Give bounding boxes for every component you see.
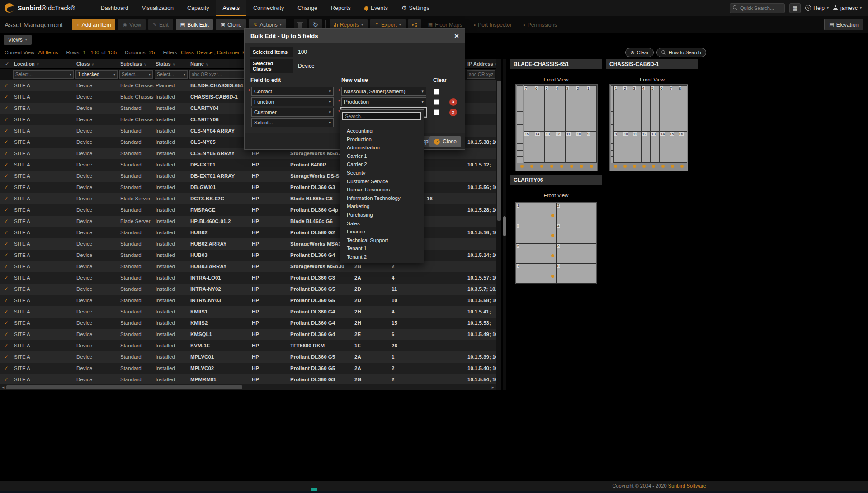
dropdown-search-input[interactable] xyxy=(342,112,421,120)
table-row[interactable]: ✓SITE ADeviceStandardInstalledKMIIS1HPPr… xyxy=(0,306,496,318)
quick-search[interactable] xyxy=(730,3,785,13)
quick-search-input[interactable] xyxy=(740,5,780,11)
filter-ip[interactable] xyxy=(467,70,495,79)
chassis-elevation[interactable]: 12345678910111213141516 xyxy=(609,84,688,171)
scrollbar-thumb[interactable] xyxy=(497,81,501,221)
bulk-edit-button[interactable]: ▤Bulk Edit xyxy=(176,19,213,30)
nav-item-dashboard[interactable]: Dashboard xyxy=(94,0,135,16)
dropdown-option[interactable]: Security xyxy=(340,169,424,177)
row-check-icon[interactable]: ✓ xyxy=(0,284,12,295)
scrollbar-thumb[interactable] xyxy=(6,385,242,389)
row-check-icon[interactable]: ✓ xyxy=(0,125,12,137)
dropdown-option[interactable]: Information Technology xyxy=(340,194,424,203)
nav-item-assets[interactable]: Assets xyxy=(216,0,247,16)
dropdown-option[interactable]: Customer Service xyxy=(340,177,424,186)
clear-checkbox-3[interactable] xyxy=(434,109,439,115)
table-vertical-scrollbar[interactable] xyxy=(496,59,501,390)
row-check-icon[interactable]: ✓ xyxy=(0,159,12,171)
chassis-slot[interactable]: 2 xyxy=(576,85,586,131)
nav-item-connectivity[interactable]: Connectivity xyxy=(246,0,291,16)
field-select-1[interactable]: Contact▾ xyxy=(251,87,334,96)
footer-brand-link[interactable]: Sunbird Software xyxy=(668,483,706,488)
field-select-2[interactable]: Function▾ xyxy=(251,97,334,106)
filter-name[interactable] xyxy=(189,70,249,79)
chassis-slot[interactable]: 15 xyxy=(669,131,678,163)
table-row[interactable]: ✓SITE ADeviceStandardInstalledMPLVC01HPP… xyxy=(0,351,496,363)
table-row[interactable]: ✓SITE ADeviceStandardInstalledMPMRM01HPP… xyxy=(0,374,496,385)
chassis-slot[interactable]: 9 xyxy=(613,131,623,163)
row-check-icon[interactable]: ✓ xyxy=(0,363,12,374)
chassis-slot[interactable]: 1 xyxy=(586,85,597,131)
row-check-icon[interactable]: ✓ xyxy=(0,148,12,159)
how-to-search-button[interactable]: How to Search xyxy=(656,48,706,57)
filter-subclass[interactable]: Select...▾ xyxy=(119,70,153,79)
device-slot[interactable]: 1 xyxy=(516,203,556,223)
clear-filters-button[interactable]: ⊗Clear xyxy=(625,48,654,57)
device-slot[interactable]: 6 xyxy=(556,243,596,264)
nav-item-capacity[interactable]: Capacity xyxy=(180,0,216,16)
close-icon[interactable]: × xyxy=(454,32,459,40)
dropdown-option[interactable]: Administration xyxy=(340,143,424,152)
table-row[interactable]: ✓SITE ADeviceStandardInstalledKMIIS2HPPr… xyxy=(0,318,496,329)
dropdown-option[interactable]: Carrier 1 xyxy=(340,152,424,161)
chassis-slot[interactable]: 10 xyxy=(576,131,586,163)
chassis-slot[interactable]: 3 xyxy=(565,85,576,131)
filter-status[interactable]: Select...▾ xyxy=(155,70,188,79)
row-check-icon[interactable]: ✓ xyxy=(0,272,12,284)
field-select-3[interactable]: Customer▾ xyxy=(251,108,334,117)
row-check-icon[interactable]: ✓ xyxy=(0,216,12,227)
row-check-icon[interactable]: ✓ xyxy=(0,114,12,125)
nav-item-reports[interactable]: Reports xyxy=(324,0,358,16)
row-check-icon[interactable]: ✓ xyxy=(0,91,12,103)
scroll-right-icon[interactable]: ▸ xyxy=(490,384,496,390)
help-menu[interactable]: ? Help ▾ xyxy=(805,5,829,11)
value-select-2[interactable]: Production▾ xyxy=(341,97,426,106)
filter-class[interactable]: 1 checked▾ xyxy=(75,70,118,79)
dropdown-option[interactable]: Tenant 2 xyxy=(340,253,424,261)
row-check-icon[interactable]: ✓ xyxy=(0,137,12,148)
add-item-button[interactable]: +Add an Item xyxy=(72,19,115,30)
dropdown-option[interactable]: Production xyxy=(340,135,424,144)
scrollbar-thumb[interactable] xyxy=(503,216,506,236)
clone-button[interactable]: ▣Clone xyxy=(216,19,246,30)
close-button[interactable]: ✓Close xyxy=(429,136,461,147)
row-check-icon[interactable]: ✓ xyxy=(0,250,12,261)
col-header-name[interactable]: Name∨ xyxy=(189,59,250,68)
chassis-slot[interactable]: 11 xyxy=(565,131,576,163)
device-elevation-grid[interactable]: 12345678 xyxy=(515,202,597,284)
table-row[interactable]: ✓SITE ADeviceStandardInstalledKMSQL1HPPr… xyxy=(0,329,496,340)
chassis-slot[interactable]: 12 xyxy=(641,131,651,163)
chassis-slot[interactable]: 4 xyxy=(641,85,651,131)
nav-item-visualization[interactable]: Visualization xyxy=(135,0,180,16)
horizontal-scrollbar[interactable]: ◂ ▸ xyxy=(0,384,496,390)
row-check-icon[interactable]: ✓ xyxy=(0,204,12,216)
table-row[interactable]: ✓SITE ADeviceStandardInstalledINTRA-NY02… xyxy=(0,284,496,295)
row-check-icon[interactable]: ✓ xyxy=(0,171,12,182)
chassis-slot[interactable]: 12 xyxy=(555,131,566,163)
chassis-slot[interactable]: 6 xyxy=(659,85,669,131)
dialog-header[interactable]: Bulk Edit - Up to 5 fields × xyxy=(245,29,465,43)
row-check-icon[interactable]: ✓ xyxy=(0,80,12,91)
permissions-button[interactable]: ▪Permissions xyxy=(519,19,561,30)
elevation-button[interactable]: ▤Elevation xyxy=(824,19,863,30)
row-check-icon[interactable]: ✓ xyxy=(0,351,12,363)
chassis-slot[interactable]: 9 xyxy=(586,131,597,163)
table-row[interactable]: ✓SITE ADeviceStandardInstalledINTRA-NY03… xyxy=(0,295,496,306)
row-check-icon[interactable]: ✓ xyxy=(0,103,12,114)
chassis-slot[interactable]: 7 xyxy=(524,85,534,131)
field-select-4[interactable]: Select...▾ xyxy=(251,118,334,127)
filter-location[interactable]: Select...▾ xyxy=(13,70,74,79)
select-all-header[interactable]: ✓ xyxy=(0,59,12,68)
nav-item-change[interactable]: Change xyxy=(291,0,324,16)
device-slot[interactable]: 7 xyxy=(516,263,556,284)
table-row[interactable]: ✓SITE ADeviceStandardInstalledKVM-1EHPTF… xyxy=(0,340,496,351)
col-header-ip-address[interactable]: IP Address∨ xyxy=(466,59,496,68)
edit-button[interactable]: ✎Edit xyxy=(148,19,173,30)
nav-item-events[interactable]: Events xyxy=(358,0,395,16)
scroll-left-icon[interactable]: ◂ xyxy=(0,384,6,390)
panel-vertical-scrollbar[interactable] xyxy=(503,59,506,390)
row-check-icon[interactable]: ✓ xyxy=(0,193,12,204)
table-row[interactable]: ✓SITE ADeviceStandardInstalledINTRA-LO01… xyxy=(0,272,496,284)
dropdown-option[interactable]: Sales xyxy=(340,219,424,228)
col-header-status[interactable]: Status∨ xyxy=(154,59,189,68)
